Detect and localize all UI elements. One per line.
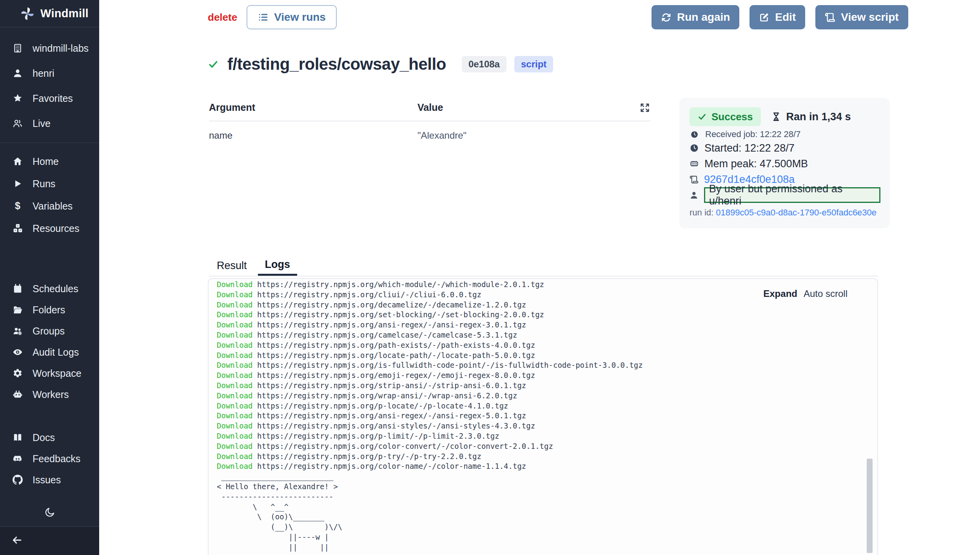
star-icon [12, 93, 23, 104]
building-icon [12, 43, 23, 54]
svg-text:$: $ [15, 201, 20, 211]
moon-icon [44, 507, 55, 519]
log-line: Download https://registry.npmjs.org/emoj… [217, 371, 643, 381]
log-line: Download https://registry.npmjs.org/loca… [217, 351, 643, 361]
sidebar-item-folders[interactable]: Folders [0, 299, 99, 320]
robot-icon [12, 389, 23, 400]
arguments-table-header: Argument Value [209, 102, 651, 121]
cubes-icon [12, 223, 23, 234]
sidebar-item-home[interactable]: Home [0, 151, 99, 172]
app-logo[interactable]: Windmill [0, 0, 99, 27]
sidebar-item-live[interactable]: Live [0, 113, 99, 134]
eye-icon [12, 347, 23, 358]
view-runs-button[interactable]: View runs [247, 5, 337, 29]
started-row: Started: 12:22 28/7 [690, 141, 880, 155]
theme-toggle[interactable] [0, 507, 99, 519]
tab-logs[interactable]: Logs [258, 255, 298, 276]
argument-row: name "Alexandre" [209, 121, 651, 141]
sidebar-item-label: windmill-labs [33, 43, 89, 54]
sidebar-item-label: Feedbacks [33, 453, 80, 465]
sidebar-item-workers[interactable]: Workers [0, 384, 99, 405]
list-icon [258, 12, 269, 23]
sidebar-item-label: Variables [33, 201, 73, 212]
sidebar-item-groups[interactable]: Groups [0, 320, 99, 342]
sidebar-item-label: Folders [33, 304, 65, 316]
sidebar-workspace-group: windmill-labs henri Favorites [0, 38, 99, 134]
log-line: Download https://registry.npmjs.org/wrap… [217, 391, 643, 401]
mem-peak-row: Mem peak: 47.500MB [690, 157, 880, 171]
run-id-link[interactable]: 01899c05-c9a0-d8ac-1790-e50fadc6e30e [716, 208, 877, 217]
log-line: Download https://registry.npmjs.org/p-lo… [217, 401, 643, 411]
home-icon [12, 156, 23, 167]
log-line: Download https://registry.npmjs.org/p-li… [217, 431, 643, 441]
user-icon [12, 68, 23, 79]
folder-open-icon [12, 304, 23, 315]
user-group-icon [12, 325, 23, 336]
run-again-button[interactable]: Run again [652, 5, 739, 29]
sidebar-item-schedules[interactable]: Schedules [0, 278, 99, 299]
status-badge: Success [690, 107, 761, 126]
argument-value: "Alexandre" [417, 130, 466, 141]
expand-arguments-button[interactable] [639, 102, 651, 116]
success-check-icon [208, 59, 219, 70]
scroll-icon [825, 12, 835, 23]
user-icon [690, 191, 699, 200]
script-type-badge: script [514, 56, 553, 72]
sidebar-footer [0, 526, 99, 555]
sidebar-item-resources[interactable]: Resources [0, 218, 99, 239]
header-left-actions: delete View runs [208, 5, 337, 29]
app-title: Windmill [40, 7, 89, 20]
page-title: f/testing_roles/cowsay_hello [227, 55, 446, 74]
tab-result[interactable]: Result [214, 255, 249, 276]
windmill-pinwheel-icon [20, 6, 35, 22]
check-icon [697, 112, 707, 121]
sidebar-main-group: Home Runs $ Variables [0, 151, 99, 239]
calendar-icon [12, 283, 23, 294]
edit-button[interactable]: Edit [750, 5, 805, 29]
sidebar-item-docs[interactable]: Docs [0, 427, 99, 448]
sidebar-item-audit-logs[interactable]: Audit Logs [0, 342, 99, 363]
log-line: Download https://registry.npmjs.org/ansi… [217, 320, 643, 330]
log-line: Download https://registry.npmjs.org/stri… [217, 381, 643, 391]
title-row: f/testing_roles/cowsay_hello 0e108a scri… [208, 55, 553, 74]
collapse-sidebar-button[interactable] [11, 534, 23, 548]
sidebar-item-label: Issues [33, 474, 61, 486]
sidebar-item-issues[interactable]: Issues [0, 469, 99, 490]
sidebar-item-variables[interactable]: $ Variables [0, 195, 99, 217]
log-line: Download https://registry.npmjs.org/ansi… [217, 421, 643, 431]
delete-button[interactable]: delete [208, 11, 237, 24]
run-id-row: run id: 01899c05-c9a0-d8ac-1790-e50fadc6… [690, 208, 880, 218]
sidebar-item-label: Schedules [33, 283, 78, 295]
sidebar-item-label: Home [33, 156, 59, 167]
memory-icon [690, 159, 699, 168]
sidebar-item-workspace-settings[interactable]: Workspace [0, 363, 99, 384]
sidebar-item-label: henri [33, 68, 54, 79]
sidebar-item-favorites[interactable]: Favorites [0, 88, 99, 109]
sidebar-item-runs[interactable]: Runs [0, 173, 99, 194]
log-line: Download https://registry.npmjs.org/colo… [217, 441, 643, 452]
log-line: Download https://registry.npmjs.org/deca… [217, 300, 643, 310]
expand-logs-button[interactable]: Expand [763, 288, 797, 299]
scroll-icon [690, 175, 699, 184]
log-line: Download https://registry.npmjs.org/came… [217, 330, 643, 340]
sidebar-item-label: Docs [33, 432, 55, 443]
value-column-header: Value [417, 102, 651, 121]
logs-toolbar: Expand Auto scroll [763, 288, 848, 299]
sidebar-item-workspace-selector[interactable]: windmill-labs [0, 38, 99, 59]
run-duration: Ran in 1,34 s [771, 111, 851, 123]
sidebar-item-label: Runs [33, 178, 55, 190]
log-line: Download https://registry.npmjs.org/p-tr… [217, 452, 643, 462]
github-icon [12, 474, 23, 485]
logs-panel: Download https://registry.npmjs.org/whic… [208, 278, 878, 555]
sidebar-item-feedbacks[interactable]: Feedbacks [0, 448, 99, 469]
permission-row: By user but permissioned as u/henri [690, 188, 880, 202]
log-line: Download https://registry.npmjs.org/ansi… [217, 411, 643, 421]
hash-badge: 0e108a [462, 56, 506, 72]
logs-scrollbar-thumb[interactable] [867, 459, 873, 553]
autoscroll-toggle[interactable]: Auto scroll [804, 288, 848, 299]
log-line: Download https://registry.npmjs.org/whic… [217, 280, 643, 290]
sidebar-help-group: Docs Feedbacks Issues [0, 427, 99, 490]
view-script-button[interactable]: View script [815, 5, 908, 29]
sidebar-item-user[interactable]: henri [0, 63, 99, 84]
users-icon [12, 118, 23, 129]
